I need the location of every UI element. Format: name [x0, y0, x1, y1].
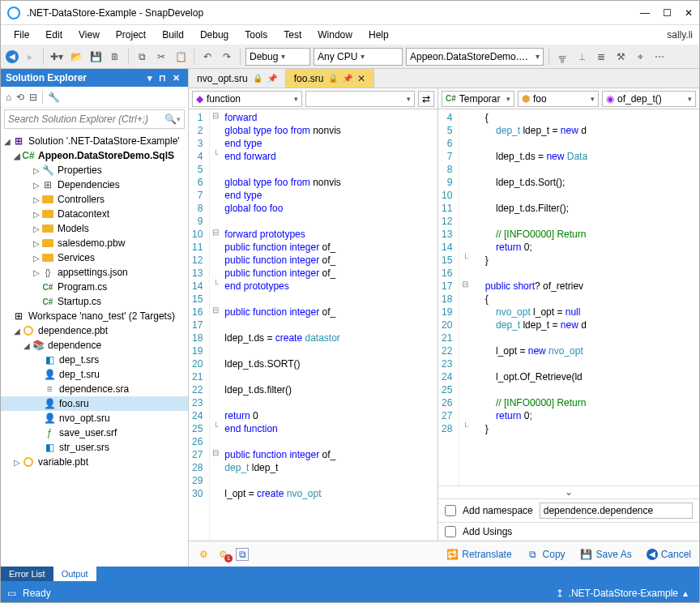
menu-help[interactable]: Help [362, 28, 395, 42]
menu-window[interactable]: Window [311, 28, 359, 42]
tree-item[interactable]: ▷⊞Dependencies [1, 177, 188, 192]
lock-icon: 🔒 [253, 74, 262, 83]
tree-item[interactable]: ◧dep_t.srs [1, 353, 188, 367]
workspace-node[interactable]: ⊞Workspace 'nano_test' (2 Targets) [1, 309, 188, 323]
tree-item[interactable]: ▷salesdemo.pbw [1, 236, 188, 250]
expand-down-button[interactable]: ⌄ [438, 485, 699, 498]
left-editor[interactable]: 1234567891011121314151617181920212223242… [189, 109, 438, 541]
right-editor[interactable]: 4567891011121314151617181920212223242526… [438, 109, 699, 485]
close-button[interactable]: ✕ [685, 7, 693, 19]
collapse-icon[interactable]: ⊟ [29, 92, 37, 103]
user-label[interactable]: sally.li [667, 29, 693, 41]
settings-icon[interactable]: ⚙ [197, 548, 210, 561]
config-dropdown[interactable]: Debug▾ [245, 48, 310, 66]
right-dropdown-1[interactable]: C#Temporar▾ [442, 91, 514, 107]
scope-dropdown[interactable]: ◆function▾ [192, 91, 302, 107]
tree-item[interactable]: ▷{}appsettings.json [1, 265, 188, 280]
redo-button[interactable]: ↷ [219, 49, 235, 65]
tree-item[interactable]: 👤dep_t.sru [1, 367, 188, 382]
tree-item[interactable]: ▷Services [1, 250, 188, 265]
tree-item[interactable]: ▷Models [1, 221, 188, 236]
copy-button[interactable]: ⧉Copy [527, 548, 566, 561]
new-button[interactable]: ✚▾ [49, 49, 65, 65]
add-usings-checkbox[interactable] [445, 526, 456, 537]
pin-icon: 📌 [267, 74, 277, 83]
warning-icon[interactable]: ⚙1 [216, 548, 229, 561]
paste-icon[interactable]: 📋 [173, 49, 189, 65]
menu-test[interactable]: Test [277, 28, 308, 42]
save-all-button[interactable]: 🗎 [107, 49, 123, 65]
search-box[interactable]: 🔍 ▾ [4, 109, 185, 129]
pbt-node[interactable]: ▷variable.pbt [1, 455, 188, 469]
back-button[interactable]: ◀ [6, 50, 19, 63]
tree-item[interactable]: C#Startup.cs [1, 294, 188, 309]
project-node[interactable]: ◢C#Appeon.DataStoreDemo.SqlS [1, 148, 188, 163]
pin-icon: 📌 [343, 74, 352, 83]
right-dropdown-2[interactable]: ⬢foo▾ [518, 91, 599, 107]
save-as-button[interactable]: 💾Save As [580, 548, 632, 561]
menu-debug[interactable]: Debug [194, 28, 235, 42]
solution-explorer-title: Solution Explorer [6, 72, 87, 83]
tab-foo[interactable]: foo.sru🔒📌✕ [286, 69, 375, 88]
tree-item[interactable]: ◧str_user.srs [1, 440, 188, 455]
tool-icon-6[interactable]: ⋯ [651, 49, 668, 65]
save-button[interactable]: 💾 [88, 49, 104, 65]
retranslate-button: 🔁Retranslate [446, 549, 511, 560]
undo-button[interactable]: ↶ [199, 49, 216, 65]
open-button[interactable]: 📂 [68, 49, 84, 65]
close-tab-icon[interactable]: ✕ [357, 73, 365, 84]
status-upload-icon[interactable]: ↥ [551, 588, 569, 599]
panel-dropdown-icon[interactable]: ▾ [144, 73, 156, 83]
minimize-button[interactable]: — [640, 7, 650, 19]
right-dropdown-3[interactable]: ◉of_dep_t()▾ [602, 91, 696, 107]
copy-icon[interactable]: ⧉ [134, 49, 150, 65]
forward-button[interactable]: ▸ [22, 49, 38, 65]
menu-file[interactable]: File [7, 28, 36, 42]
status-ready: Ready [23, 588, 51, 599]
home-icon[interactable]: ⌂ [6, 92, 11, 103]
tab-nvo-opt[interactable]: nvo_opt.sru🔒📌 [189, 69, 286, 88]
tool-icon-3[interactable]: ≣ [593, 49, 609, 65]
error-list-tab[interactable]: Error List [1, 567, 53, 581]
tree-item-selected[interactable]: 👤foo.sru [1, 396, 188, 411]
search-input[interactable] [8, 113, 164, 125]
menu-view[interactable]: View [72, 28, 106, 42]
tree-item[interactable]: C#Program.cs [1, 280, 188, 294]
pbt-node[interactable]: ◢dependence.pbt [1, 323, 188, 338]
cut-icon[interactable]: ✂ [153, 49, 169, 65]
member-dropdown[interactable]: ▾ [305, 91, 416, 107]
sync-icon[interactable]: ⟲ [16, 92, 24, 103]
solution-node[interactable]: ◢⊞Solution '.NET-DataStore-Example' [1, 134, 188, 148]
panel-pin-icon[interactable]: ⊓ [156, 73, 169, 83]
tool-icon-1[interactable]: ╦ [554, 49, 570, 65]
panel-close-icon[interactable]: ✕ [169, 73, 183, 83]
tree-item[interactable]: ƒsave_user.srf [1, 426, 188, 440]
pbl-node[interactable]: ◢📚dependence [1, 338, 188, 353]
maximize-button[interactable]: ☐ [663, 7, 672, 19]
cancel-button[interactable]: ◀Cancel [647, 549, 691, 560]
tree-item[interactable]: 👤nvo_opt.sru [1, 411, 188, 426]
add-namespace-checkbox[interactable] [445, 505, 456, 516]
tree-item[interactable]: ▷Controllers [1, 192, 188, 207]
copy-icon[interactable]: ⧉ [236, 548, 249, 561]
tree-item[interactable]: ▷Datacontext [1, 207, 188, 221]
search-icon[interactable]: 🔍 [164, 113, 177, 125]
startup-dropdown[interactable]: Appeon.DataStoreDemo.SqlS▾ [406, 48, 544, 66]
output-tab[interactable]: Output [53, 567, 96, 581]
lock-icon: 🔒 [328, 74, 338, 83]
tree-item[interactable]: ≡dependence.sra [1, 382, 188, 396]
tree-item[interactable]: ▷🔧Properties [1, 163, 188, 177]
menu-build[interactable]: Build [156, 28, 190, 42]
menu-tools[interactable]: Tools [238, 28, 274, 42]
status-dropdown-icon[interactable]: ▴ [678, 588, 693, 599]
tool-icon-2[interactable]: ⟂ [574, 49, 590, 65]
tool-icon-5[interactable]: ⌖ [632, 49, 648, 65]
swap-button[interactable]: ⇄ [418, 91, 434, 107]
menu-edit[interactable]: Edit [39, 28, 69, 42]
menu-project[interactable]: Project [109, 28, 152, 42]
platform-dropdown[interactable]: Any CPU▾ [314, 48, 403, 66]
namespace-input[interactable]: dependence.dependence [540, 502, 693, 519]
add-namespace-label: Add namespace [463, 505, 533, 516]
wrench-icon[interactable]: 🔧 [48, 92, 60, 103]
tool-icon-4[interactable]: ⚒ [612, 49, 629, 65]
